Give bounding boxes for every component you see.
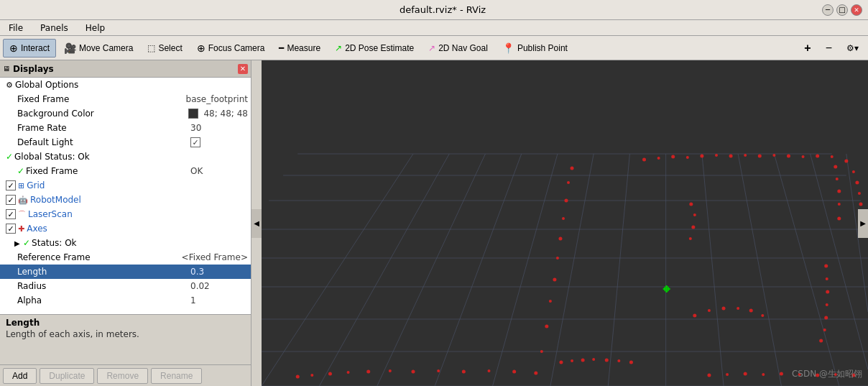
duplicate-button[interactable]: Duplicate	[40, 368, 94, 384]
info-description: Length of each axis, in meters.	[6, 329, 245, 339]
axes-status-row[interactable]: ▶ ✓ Status: Ok	[0, 236, 251, 250]
pose-estimate-button[interactable]: ↗ 2D Pose Estimate	[328, 39, 420, 58]
bottom-buttons: Add Duplicate Remove Rename	[0, 364, 251, 386]
rename-button[interactable]: Rename	[151, 368, 202, 384]
select-button[interactable]: ⬚ Select	[141, 39, 188, 58]
fixed-frame-status-value: OK	[190, 166, 248, 176]
svg-point-96	[749, 309, 753, 313]
global-status-check-icon: ✓	[6, 152, 13, 162]
focus-camera-icon: ⊕	[197, 42, 206, 54]
default-light-checkbox[interactable]: ✓	[190, 137, 200, 147]
svg-point-45	[858, 192, 861, 195]
main-layout: 🖥 Displays ✕ ⚙ Global Options Fixed Fram…	[0, 60, 868, 386]
reference-frame-row[interactable]: Reference Frame <Fixed Frame>	[0, 250, 251, 265]
frame-rate-row[interactable]: Frame Rate 30	[0, 121, 251, 135]
laserscan-checkbox[interactable]: ✓	[6, 209, 16, 219]
fixed-frame-label: Fixed Frame	[17, 94, 186, 104]
add-display-button[interactable]: +	[798, 39, 817, 58]
menubar: File Panels Help	[0, 20, 868, 36]
interact-label: Interact	[21, 43, 50, 53]
menu-file[interactable]: File	[3, 22, 29, 35]
svg-point-63	[328, 372, 332, 376]
remove-display-button[interactable]: −	[819, 39, 839, 58]
titlebar: default.rviz* - RViz ─ □ ✕	[0, 0, 868, 20]
svg-point-31	[758, 155, 762, 158]
svg-point-64	[347, 371, 350, 374]
radius-value: 0.02	[190, 281, 248, 291]
global-status-row[interactable]: ✓ Global Status: Ok	[0, 150, 251, 164]
collapse-right-arrow[interactable]: ▶	[858, 209, 868, 238]
watermark: CSDN @生如昭翎	[792, 368, 862, 380]
svg-point-100	[581, 359, 585, 362]
publish-point-button[interactable]: 📍 Publish Point	[496, 39, 574, 58]
svg-point-71	[512, 370, 516, 374]
collapse-left-arrow[interactable]: ◀	[251, 209, 262, 238]
settings-button[interactable]: ⚙▾	[840, 39, 865, 58]
fixed-frame-status-row[interactable]: ✓ Fixed Frame OK	[0, 164, 251, 178]
alpha-row[interactable]: Alpha 1	[0, 293, 251, 308]
svg-point-67	[411, 370, 415, 374]
svg-point-94	[722, 307, 726, 311]
global-options-row[interactable]: ⚙ Global Options	[0, 78, 251, 92]
length-value: 0.3	[190, 267, 248, 277]
laserscan-icon: ⌒	[18, 209, 26, 220]
svg-point-82	[823, 328, 826, 331]
axes-checkbox[interactable]: ✓	[6, 224, 16, 234]
svg-point-30	[744, 154, 747, 157]
background-color-label: Background Color	[17, 109, 188, 119]
tree-panel: ⚙ Global Options Fixed Frame base_footpr…	[0, 78, 251, 314]
info-title: Length	[6, 318, 245, 328]
nav-goal-button[interactable]: ↗ 2D Nav Goal	[422, 39, 494, 58]
length-row[interactable]: Length 0.3	[0, 265, 251, 279]
laserscan-label: LaserScan	[28, 209, 248, 219]
svg-point-34	[802, 155, 805, 158]
background-color-row[interactable]: Background Color 48; 48; 48	[0, 106, 251, 121]
robotmodel-icon: 🤖	[18, 196, 28, 205]
svg-point-103	[617, 359, 620, 362]
fixed-frame-row[interactable]: Fixed Frame base_footprint	[0, 92, 251, 106]
nav-goal-icon: ↗	[428, 43, 435, 53]
svg-point-52	[564, 199, 568, 203]
robotmodel-checkbox[interactable]: ✓	[6, 195, 16, 205]
measure-button[interactable]: ━ Measure	[272, 39, 327, 58]
svg-point-53	[562, 217, 565, 220]
color-swatch	[188, 109, 198, 119]
svg-point-32	[772, 154, 775, 157]
radius-row[interactable]: Radius 0.02	[0, 279, 251, 293]
robotmodel-row[interactable]: ✓ 🤖 RobotModel	[0, 193, 251, 207]
menu-help[interactable]: Help	[80, 22, 111, 35]
svg-point-40	[838, 203, 841, 206]
laserscan-row[interactable]: ✓ ⌒ LaserScan	[0, 207, 251, 221]
menu-panels[interactable]: Panels	[34, 22, 74, 35]
viewport[interactable]: ▶ CSDN @生如昭翎	[262, 60, 868, 386]
publish-point-icon: 📍	[502, 42, 514, 54]
robotmodel-label: RobotModel	[30, 195, 248, 205]
focus-camera-button[interactable]: ⊕ Focus Camera	[190, 39, 272, 58]
tree-scroll[interactable]: ⚙ Global Options Fixed Frame base_footpr…	[0, 78, 251, 314]
pose-estimate-icon: ↗	[335, 43, 342, 53]
grid-checkbox[interactable]: ✓	[6, 180, 16, 190]
close-button[interactable]: ✕	[851, 4, 862, 16]
toolbar: ⊕ Interact 🎥 Move Camera ⬚ Select ⊕ Focu…	[0, 36, 868, 60]
minimize-button[interactable]: ─	[822, 4, 834, 16]
frame-rate-label: Frame Rate	[17, 123, 190, 133]
svg-point-95	[737, 307, 739, 310]
axes-icon: ✚	[18, 224, 24, 234]
length-label: Length	[17, 267, 190, 277]
remove-button[interactable]: Remove	[97, 368, 148, 384]
svg-point-72	[707, 374, 711, 377]
axes-status-check-icon: ✓	[23, 238, 30, 248]
default-light-row[interactable]: Default Light ✓	[0, 135, 251, 150]
reference-frame-value: <Fixed Frame>	[182, 252, 248, 262]
maximize-button[interactable]: □	[836, 4, 848, 16]
add-button[interactable]: Add	[3, 368, 37, 384]
axes-expand-arrow[interactable]: ▶	[14, 239, 23, 247]
interact-button[interactable]: ⊕ Interact	[3, 39, 56, 58]
axes-row[interactable]: ✓ ✚ Axes	[0, 221, 251, 236]
displays-close-button[interactable]: ✕	[238, 64, 248, 74]
svg-point-55	[556, 257, 559, 259]
svg-point-29	[729, 155, 733, 158]
svg-point-65	[366, 370, 370, 374]
move-camera-button[interactable]: 🎥 Move Camera	[57, 39, 139, 58]
grid-row[interactable]: ✓ ⊞ Grid	[0, 178, 251, 193]
